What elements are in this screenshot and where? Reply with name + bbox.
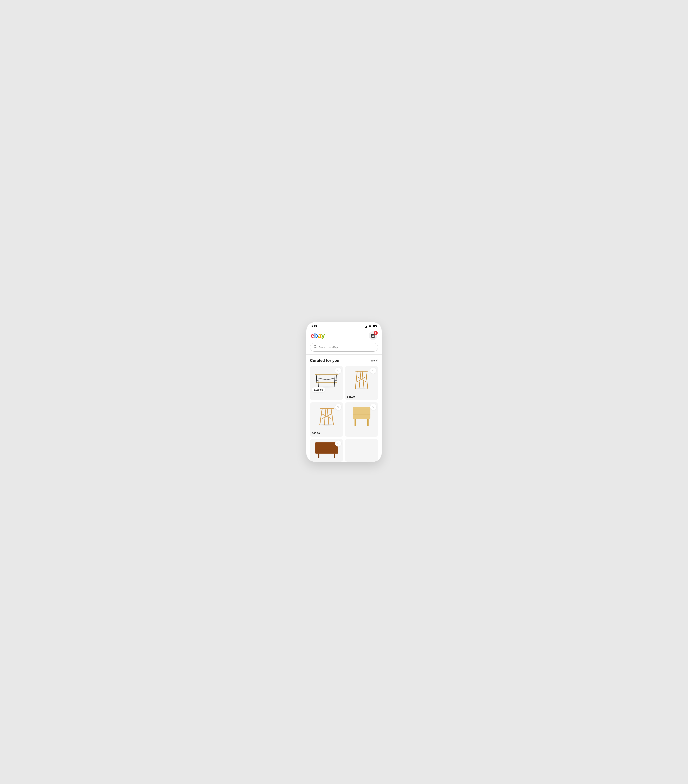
svg-rect-38 — [318, 454, 319, 458]
see-all-link[interactable]: See all — [370, 359, 378, 362]
signal-icon — [365, 325, 367, 328]
search-placeholder: Search on eBay — [319, 346, 338, 349]
console-table-img — [314, 369, 339, 390]
svg-rect-4 — [315, 374, 339, 375]
svg-rect-5 — [316, 382, 337, 383]
app-header: ebay 9 — [306, 329, 382, 343]
wifi-icon — [369, 325, 372, 328]
svg-line-6 — [316, 375, 317, 387]
folding-stool-medium-img — [314, 406, 339, 427]
curated-title: Curated for you — [310, 358, 339, 363]
products-grid: ♡ $120.00 — [310, 366, 378, 437]
svg-marker-0 — [365, 325, 367, 328]
svg-line-8 — [334, 375, 334, 387]
folding-stool-tall-img — [349, 369, 374, 390]
status-icons — [365, 325, 377, 328]
product-image-4: ♡ — [345, 402, 378, 430]
svg-rect-39 — [334, 454, 335, 458]
logo-a: a — [318, 332, 321, 339]
svg-point-28 — [319, 424, 334, 426]
svg-rect-34 — [367, 419, 369, 426]
product-image-5: ♡ — [310, 439, 343, 462]
product-image-2: ♡ — [345, 366, 378, 394]
price-overlay-1: $120.00 — [312, 387, 325, 392]
svg-line-9 — [336, 375, 337, 387]
svg-line-14 — [355, 372, 357, 389]
status-time: 9:15 — [311, 325, 317, 328]
product-card-2[interactable]: ♡ $45.00 — [345, 366, 378, 400]
svg-point-2 — [314, 346, 316, 348]
search-bar[interactable]: Search on eBay — [310, 343, 378, 352]
wishlist-btn-4[interactable]: ♡ — [370, 404, 376, 410]
battery-icon — [373, 325, 377, 328]
side-table-light-img — [349, 406, 374, 427]
wishlist-btn-5[interactable]: ♡ — [335, 440, 341, 446]
product-image-3: ♡ — [310, 402, 343, 430]
svg-line-22 — [320, 409, 322, 425]
logo-y: y — [321, 332, 325, 339]
status-bar: 9:15 — [306, 322, 382, 329]
product-card-4[interactable]: ♡ — [345, 402, 378, 437]
svg-rect-29 — [352, 407, 370, 419]
svg-point-12 — [315, 386, 338, 387]
search-icon — [314, 345, 317, 349]
price-below-3: $60.00 — [310, 430, 343, 437]
search-bar-container: Search on eBay — [306, 343, 382, 354]
svg-line-7 — [318, 375, 319, 387]
svg-line-25 — [331, 409, 333, 425]
cart-badge: 9 — [374, 331, 378, 335]
product-card-placeholder — [345, 439, 378, 462]
ebay-logo: ebay — [311, 332, 325, 339]
svg-rect-35 — [315, 443, 338, 454]
svg-rect-33 — [354, 419, 356, 426]
product-card-1[interactable]: ♡ $120.00 — [310, 366, 343, 400]
phone-frame: 9:15 ebay — [306, 322, 382, 462]
logo-b: b — [314, 332, 318, 339]
curated-section: Curated for you See all — [306, 355, 382, 462]
logo-e: e — [311, 332, 314, 339]
product-card-5[interactable]: ♡ — [310, 439, 343, 462]
bottom-partial-grid: ♡ — [310, 439, 378, 462]
svg-point-20 — [355, 388, 368, 389]
product-card-3[interactable]: ♡ $60.00 — [310, 402, 343, 437]
product-image-1: ♡ $120.00 — [310, 366, 343, 394]
wishlist-btn-2[interactable]: ♡ — [370, 367, 376, 374]
curated-header: Curated for you See all — [310, 358, 378, 363]
svg-line-3 — [316, 347, 317, 348]
wishlist-btn-3[interactable]: ♡ — [335, 404, 341, 410]
price-below-2: $45.00 — [345, 394, 378, 400]
cart-button[interactable]: 9 — [369, 331, 377, 340]
wishlist-btn-1[interactable]: ♡ — [335, 367, 341, 374]
svg-line-17 — [366, 372, 368, 389]
